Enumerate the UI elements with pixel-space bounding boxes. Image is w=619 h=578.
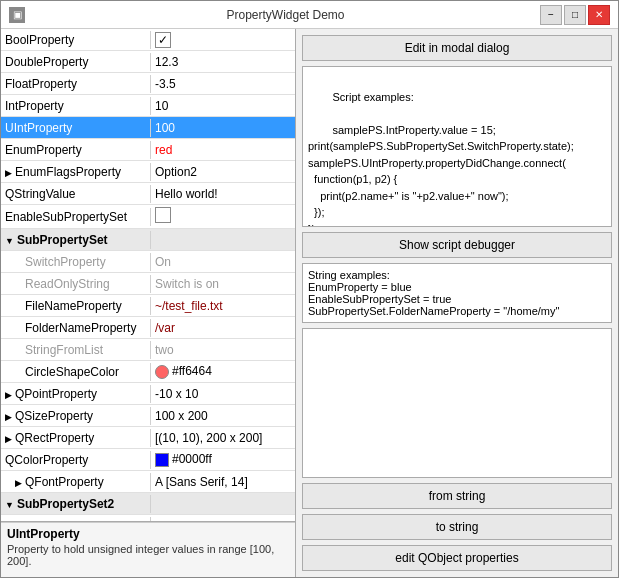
table-row[interactable]: FolderNameProperty /var [1,317,295,339]
from-string-button[interactable]: from string [302,483,612,509]
expand-icon: ▶ [5,168,12,178]
prop-value: two [151,341,295,359]
right-panel: Edit in modal dialog Script examples: sa… [296,29,618,577]
prop-value: #ff6464 [151,362,295,381]
prop-name: QStringValue [1,185,151,203]
close-button[interactable]: ✕ [588,5,610,25]
expand-icon: ▶ [15,478,22,488]
prop-name: CircleShapeColor [1,363,151,381]
table-row[interactable]: ▶EnumFlagsProperty Option2 [1,161,295,183]
prop-value [151,502,295,506]
color-swatch-icon [155,453,169,467]
main-content: BoolProperty ✓ DoubleProperty 12.3 Float… [1,29,618,577]
property-table[interactable]: BoolProperty ✓ DoubleProperty 12.3 Float… [1,29,295,522]
color-swatch-icon [155,365,169,379]
script-area: Script examples: samplePS.IntProperty.va… [302,66,612,227]
prop-value: #0000ff [151,450,295,469]
prop-name: EnumProperty [1,141,151,159]
edit-modal-button[interactable]: Edit in modal dialog [302,35,612,61]
to-string-button[interactable]: to string [302,514,612,540]
table-row[interactable]: ▶QPointProperty -10 x 10 [1,383,295,405]
prop-name: StringFromList [1,341,151,359]
prop-name: IntProperty [1,97,151,115]
prop-name: FolderNameProperty [1,319,151,337]
maximize-button[interactable]: □ [564,5,586,25]
table-row[interactable]: CircleShapeColor #ff6464 [1,361,295,383]
window-icon: ▣ [9,7,25,23]
expand-icon: ▶ [5,412,12,422]
script-section-label: Script examples: [332,91,413,103]
expand-icon: ▶ [5,434,12,444]
table-row[interactable]: ▶QSizeProperty 100 x 200 [1,405,295,427]
window-title: PropertyWidget Demo [31,8,540,22]
prop-value: 10 [151,97,295,115]
uint-property-row[interactable]: UIntProperty 100 [1,117,295,139]
prop-value: 100 [151,119,295,137]
show-debugger-button[interactable]: Show script debugger [302,232,612,258]
checkbox-icon [155,207,171,223]
string-section-label: String examples: [308,269,390,281]
prop-name: ▶QFontProperty [1,473,151,491]
subpropertyset2-row[interactable]: ▼SubPropertySet2 [1,493,295,515]
table-row[interactable]: ReadOnlyString Switch is on [1,273,295,295]
prop-name: ReadOnlyString [1,275,151,293]
prop-value: 100 x 200 [151,407,295,425]
prop-name: FloatProperty [1,75,151,93]
prop-name: ▼SubPropertySet [1,231,151,249]
string-examples-area: String examples: EnumProperty = blueEnab… [302,263,612,323]
prop-value: ✓ [151,30,295,50]
prop-value: -3.5 [151,75,295,93]
table-row[interactable]: DoubleProperty 12.3 [1,51,295,73]
prop-name: ▶EnumFlagsProperty [1,163,151,181]
prop-value: Hello world! [151,185,295,203]
edit-qobject-button[interactable]: edit QObject properties [302,545,612,571]
prop-name: DoubleProperty [1,53,151,71]
prop-name: BoolProperty [1,31,151,49]
table-row[interactable]: QStringValue Hello world! [1,183,295,205]
table-row[interactable]: FileNameProperty ~/test_file.txt [1,295,295,317]
table-row[interactable]: ▶QRectProperty [(10, 10), 200 x 200] [1,427,295,449]
prop-value: Option2 [151,163,295,181]
status-prop-desc: Property to hold unsigned integer values… [7,543,289,567]
table-row[interactable]: SwitchProperty On [1,251,295,273]
prop-name: ▶QPointProperty [1,385,151,403]
subpropertyset-row[interactable]: ▼SubPropertySet [1,229,295,251]
prop-value [151,205,295,228]
prop-name: ▼SubPropertySet2 [1,495,151,513]
table-row[interactable]: BoolProperty ✓ [1,29,295,51]
status-prop-title: UIntProperty [7,527,289,541]
expand-icon: ▶ [5,390,12,400]
prop-value: ~/test_file.txt [151,297,295,315]
table-row[interactable]: EnumProperty red [1,139,295,161]
collapse-icon: ▼ [5,500,14,510]
table-row[interactable]: QColorProperty #0000ff [1,449,295,471]
table-row[interactable]: StringFromList two [1,339,295,361]
main-window: ▣ PropertyWidget Demo − □ ✕ BoolProperty… [0,0,619,578]
prop-value [151,238,295,242]
prop-name: FileNameProperty [1,297,151,315]
checkbox-icon: ✓ [155,32,171,48]
prop-name: EnableSubPropertySet [1,208,151,226]
table-row[interactable]: EnableSubPropertySet [1,205,295,229]
prop-value: [(10, 10), 200 x 200] [151,429,295,447]
collapse-icon: ▼ [5,236,14,246]
table-row[interactable]: SwitchProperty On [1,515,295,522]
prop-value: On [151,253,295,271]
prop-value: /var [151,319,295,337]
minimize-button[interactable]: − [540,5,562,25]
status-bar: UIntProperty Property to hold unsigned i… [1,522,295,577]
prop-name: QColorProperty [1,451,151,469]
string-examples: EnumProperty = blueEnableSubPropertySet … [308,281,559,317]
table-row[interactable]: FloatProperty -3.5 [1,73,295,95]
code-area [302,328,612,479]
prop-name: SwitchProperty [1,253,151,271]
table-row[interactable]: IntProperty 10 [1,95,295,117]
table-row[interactable]: ▶QFontProperty A [Sans Serif, 14] [1,471,295,493]
window-controls: − □ ✕ [540,5,610,25]
prop-value: red [151,141,295,159]
titlebar: ▣ PropertyWidget Demo − □ ✕ [1,1,618,29]
prop-value: 12.3 [151,53,295,71]
prop-name: ▶QSizeProperty [1,407,151,425]
prop-name: UIntProperty [1,119,151,137]
script-text: samplePS.IntProperty.value = 15;print(sa… [308,124,574,227]
